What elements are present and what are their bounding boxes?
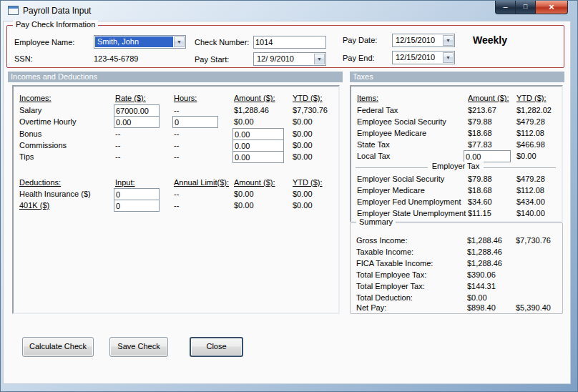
pay-start-value: 12/ 9/2010: [255, 54, 313, 64]
summary-row: FICA Taxable Income: $1,288.46: [351, 258, 562, 270]
tips-ytd: $0.00: [293, 151, 337, 163]
paycheck-info-legend: Pay Check Information: [13, 20, 98, 29]
save-check-button[interactable]: Save Check: [109, 337, 168, 357]
pay-start-label: Pay Start:: [195, 55, 229, 64]
col-ded-amount: Amount ($):: [234, 177, 291, 189]
col-input: Input:: [115, 177, 171, 189]
salary-ytd: $7,730.76: [293, 104, 337, 117]
tax-label: State Tax: [357, 139, 466, 151]
income-row-bonus: Bonus -- -- $0.00: [14, 128, 338, 140]
tips-rate: --: [115, 151, 171, 163]
summary-ytd: $7,730.76: [516, 235, 560, 247]
tax-amount: $79.88: [468, 173, 515, 185]
col-amount: Amount ($):: [234, 92, 291, 104]
dropdown-arrow-icon[interactable]: ▼: [443, 35, 454, 46]
dropdown-arrow-icon[interactable]: ▼: [314, 54, 325, 64]
app-icon: [8, 6, 19, 15]
incomes-header-row: Incomes: Rate ($): Hours: Amount ($): YT…: [14, 92, 338, 104]
tax-label: Employer Fed Unemployment: [357, 196, 466, 208]
col-tax-amount: Amount ($):: [468, 92, 515, 104]
summary-label: Gross Income:: [356, 235, 465, 247]
check-number-label: Check Number:: [195, 38, 249, 46]
ssn-label: SSN:: [14, 54, 33, 63]
titlebar[interactable]: Payroll Data Input – □ ×: [1, 1, 577, 21]
deduction-row-401k: 401K ($) -- $0.00 $0.00: [14, 200, 338, 212]
deduction-row-health: Health Insurance ($) -- $0.00 $0.00: [14, 188, 338, 200]
payroll-window: Payroll Data Input – □ × Pay Check Infor…: [0, 0, 578, 392]
local-tax-label: Local Tax: [357, 150, 466, 162]
commissions-label: Commissions: [19, 139, 112, 152]
taxes-header-row: Items: Amount ($): YTD ($):: [351, 92, 562, 104]
tax-amount: $11.15: [468, 207, 515, 220]
health-ytd: $0.00: [293, 188, 337, 200]
close-icon: ×: [549, 1, 554, 12]
pay-date-label: Pay Date:: [343, 36, 377, 44]
bonus-rate: --: [115, 128, 171, 140]
summary-amount: $144.31: [467, 280, 514, 293]
calculate-check-button[interactable]: Calculate Check: [22, 337, 94, 357]
salary-rate-input[interactable]: [114, 104, 160, 117]
taxes-panel: Items: Amount ($): YTD ($): Federal Tax …: [350, 85, 563, 222]
summary-amount: $390.06: [467, 269, 514, 281]
dropdown-arrow-icon[interactable]: ▼: [174, 36, 185, 47]
tips-amount-input[interactable]: [232, 151, 284, 163]
employee-name-value: Smith, John: [95, 36, 173, 47]
summary-label: FICA Taxable Income:: [356, 258, 465, 270]
pay-frequency-label: Weekly: [473, 34, 507, 46]
pay-end-picker[interactable]: 12/15/2010 ▼: [392, 51, 455, 64]
bonus-hours: --: [174, 128, 234, 140]
summary-row: Gross Income: $1,288.46 $7,730.76: [351, 235, 562, 247]
close-button[interactable]: Close: [190, 337, 243, 357]
summary-label: Total Employee Tax:: [356, 269, 465, 281]
client-area: Pay Check Information Employee Name: Smi…: [3, 21, 571, 384]
tips-label: Tips: [19, 151, 112, 163]
pay-start-picker[interactable]: 12/ 9/2010 ▼: [253, 52, 326, 66]
summary-label: Total Employer Tax:: [356, 280, 465, 293]
summary-row: Net Pay: $898.40 $5,390.40: [351, 302, 562, 314]
local-tax-input[interactable]: [464, 150, 511, 162]
minimize-icon: –: [503, 2, 507, 11]
tax-ytd: $140.00: [516, 207, 561, 220]
tax-ytd: $112.08: [516, 127, 561, 139]
tax-label: Employee Social Security: [357, 116, 466, 128]
pay-date-value: 12/15/2010: [393, 35, 442, 46]
tax-amount: $18.68: [468, 185, 515, 197]
close-window-button[interactable]: ×: [535, 1, 568, 14]
local-tax-ytd: $0.00: [516, 150, 561, 162]
tax-row: Employer Fed Unemployment $34.60 $434.00: [351, 196, 562, 208]
col-items: Items:: [357, 92, 466, 104]
col-incomes: Incomes:: [19, 92, 112, 104]
deductions-header-row: Deductions: Input: Annual Limit($): Amou…: [14, 177, 338, 189]
minimize-button[interactable]: –: [495, 1, 516, 14]
tax-label: Employee Medicare: [357, 127, 466, 139]
incomes-section-header: Incomes and Deductions: [8, 72, 343, 82]
dropdown-arrow-icon[interactable]: ▼: [443, 52, 454, 63]
tax-ytd: $434.00: [516, 196, 561, 208]
k401-input[interactable]: [114, 200, 160, 212]
health-insurance-input[interactable]: [114, 188, 160, 200]
incomes-deductions-panel: Incomes: Rate ($): Hours: Amount ($): YT…: [12, 85, 340, 314]
bonus-amount-input[interactable]: [232, 128, 284, 140]
summary-row: Total Employer Tax: $144.31: [351, 280, 562, 293]
tax-label: Employer Social Security: [357, 173, 466, 185]
health-amount: $0.00: [234, 188, 291, 200]
tax-ytd: $112.08: [516, 185, 561, 197]
pay-date-picker[interactable]: 12/15/2010 ▼: [392, 34, 455, 47]
tax-ytd: $1,282.02: [516, 104, 561, 117]
overtime-amount: $0.00: [234, 116, 291, 128]
ssn-value: 123-45-6789: [94, 54, 138, 63]
commissions-amount-input[interactable]: [232, 139, 284, 152]
overtime-hours-input[interactable]: [172, 116, 218, 128]
check-number-input[interactable]: [253, 36, 326, 49]
employee-name-select[interactable]: Smith, John ▼: [94, 35, 186, 49]
income-row-salary: Salary -- $1,288.46 $7,730.76: [14, 104, 338, 117]
tax-amount: $34.60: [468, 196, 515, 208]
tax-row: Employee Medicare $18.68 $112.08: [351, 127, 562, 139]
bonus-label: Bonus: [19, 128, 112, 140]
col-tax-ytd: YTD ($):: [516, 92, 561, 104]
summary-amount: $1,288.46: [467, 258, 514, 270]
overtime-rate-input[interactable]: [114, 116, 160, 128]
k401-link[interactable]: 401K ($): [19, 200, 112, 212]
maximize-button[interactable]: □: [516, 1, 535, 14]
window-controls: – □ ×: [495, 1, 568, 14]
